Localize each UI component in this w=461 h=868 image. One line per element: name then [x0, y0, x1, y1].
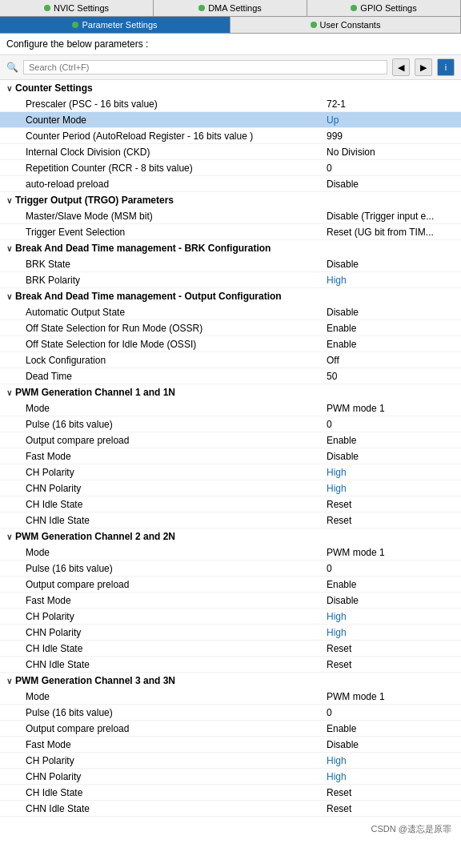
- tab-user-constants[interactable]: User Constants: [230, 17, 461, 33]
- tab-dma-label: DMA Settings: [208, 3, 262, 13]
- table-row[interactable]: Lock ConfigurationOff: [0, 352, 461, 368]
- section-header-pwm-ch1[interactable]: ∨PWM Generation Channel 1 and 1N: [0, 384, 461, 400]
- chevron-icon: ∨: [6, 84, 12, 93]
- section-label: Break And Dead Time management - Output …: [15, 291, 282, 302]
- table-row[interactable]: CH PolarityHigh: [0, 464, 461, 480]
- section-header-counter-settings[interactable]: ∨Counter Settings: [0, 80, 461, 96]
- chevron-icon: ∨: [6, 244, 12, 253]
- param-value: Disable: [327, 307, 455, 318]
- tab-parameter-settings[interactable]: Parameter Settings: [0, 17, 230, 33]
- param-name: Internal Clock Division (CKD): [26, 147, 327, 158]
- param-name: Prescaler (PSC - 16 bits value): [26, 98, 327, 110]
- param-value: 72-1: [327, 98, 455, 110]
- section-header-break-deadtime-output[interactable]: ∨Break And Dead Time management - Output…: [0, 288, 461, 304]
- table-row[interactable]: BRK StateDisable: [0, 256, 461, 272]
- param-value: High: [327, 627, 455, 638]
- table-row[interactable]: Output compare preloadEnable: [0, 721, 461, 737]
- param-name: Output compare preload: [26, 435, 327, 446]
- param-name: Mode: [26, 691, 327, 702]
- tab-dot-user: [311, 22, 317, 28]
- tab-gpio-label: GPIO Settings: [360, 3, 416, 13]
- table-row[interactable]: Off State Selection for Idle Mode (OSSI)…: [0, 336, 461, 352]
- table-row[interactable]: CHN Idle StateReset: [0, 512, 461, 528]
- table-row[interactable]: Fast ModeDisable: [0, 593, 461, 609]
- table-row[interactable]: Off State Selection for Run Mode (OSSR)E…: [0, 320, 461, 336]
- table-row[interactable]: CH PolarityHigh: [0, 609, 461, 625]
- table-row[interactable]: Internal Clock Division (CKD)No Division: [0, 144, 461, 160]
- table-row[interactable]: Master/Slave Mode (MSM bit)Disable (Trig…: [0, 208, 461, 224]
- search-prev-button[interactable]: ◀: [392, 58, 410, 76]
- table-row[interactable]: CHN PolarityHigh: [0, 769, 461, 785]
- table-row[interactable]: Output compare preloadEnable: [0, 577, 461, 593]
- param-value: Reset: [327, 515, 455, 526]
- param-name: CHN Polarity: [26, 771, 327, 782]
- table-row[interactable]: CHN Idle StateReset: [0, 657, 461, 673]
- table-row[interactable]: Output compare preloadEnable: [0, 432, 461, 448]
- table-row[interactable]: CH PolarityHigh: [0, 753, 461, 769]
- table-row[interactable]: auto-reload preloadDisable: [0, 176, 461, 192]
- tab-param-label: Parameter Settings: [82, 20, 157, 30]
- param-value: PWM mode 1: [327, 547, 455, 558]
- tab-dot-dma: [198, 5, 205, 11]
- table-row[interactable]: Pulse (16 bits value)0: [0, 561, 461, 577]
- param-name: Output compare preload: [26, 579, 327, 590]
- table-row[interactable]: ModePWM mode 1: [0, 400, 461, 416]
- table-row[interactable]: Dead Time50: [0, 368, 461, 384]
- param-value: Reset: [327, 787, 455, 798]
- table-row[interactable]: Pulse (16 bits value)0: [0, 416, 461, 432]
- table-row[interactable]: CH Idle StateReset: [0, 785, 461, 801]
- param-value: Off: [327, 355, 455, 366]
- watermark: CSDN @遗忘是原罪: [0, 817, 461, 842]
- table-row[interactable]: Automatic Output StateDisable: [0, 304, 461, 320]
- param-name: CH Polarity: [26, 467, 327, 478]
- section-header-pwm-ch3[interactable]: ∨PWM Generation Channel 3 and 3N: [0, 673, 461, 689]
- table-row[interactable]: Trigger Event SelectionReset (UG bit fro…: [0, 224, 461, 240]
- info-icon: i: [445, 62, 447, 72]
- param-name: Mode: [26, 547, 327, 558]
- param-name: Counter Mode: [26, 115, 327, 126]
- table-row[interactable]: CHN Idle StateReset: [0, 801, 461, 817]
- param-name: Off State Selection for Idle Mode (OSSI): [26, 339, 327, 350]
- param-name: Dead Time: [26, 371, 327, 382]
- chevron-icon: ∨: [6, 388, 12, 397]
- param-value: High: [327, 467, 455, 478]
- table-row[interactable]: BRK PolarityHigh: [0, 272, 461, 288]
- tab-dma-settings[interactable]: DMA Settings: [154, 0, 307, 16]
- table-row[interactable]: CH Idle StateReset: [0, 496, 461, 512]
- table-row[interactable]: ModePWM mode 1: [0, 689, 461, 705]
- table-row[interactable]: Fast ModeDisable: [0, 448, 461, 464]
- tab-gpio-settings[interactable]: GPIO Settings: [307, 0, 461, 16]
- section-label: Break And Dead Time management - BRK Con…: [15, 243, 271, 254]
- param-value: Reset: [327, 499, 455, 510]
- table-row[interactable]: CH Idle StateReset: [0, 641, 461, 657]
- param-value: Reset (UG bit from TIM...: [327, 227, 455, 238]
- section-header-trigger-output[interactable]: ∨Trigger Output (TRGO) Parameters: [0, 192, 461, 208]
- param-value: Enable: [327, 323, 455, 334]
- table-row[interactable]: Pulse (16 bits value)0: [0, 705, 461, 721]
- param-value: 999: [327, 131, 455, 142]
- table-row[interactable]: CHN PolarityHigh: [0, 480, 461, 496]
- chevron-icon: ∨: [6, 196, 12, 205]
- param-value: Disable: [327, 595, 455, 606]
- table-row[interactable]: Prescaler (PSC - 16 bits value)72-1: [0, 96, 461, 112]
- table-row[interactable]: Repetition Counter (RCR - 8 bits value)0: [0, 160, 461, 176]
- table-row[interactable]: Fast ModeDisable: [0, 737, 461, 753]
- param-value: PWM mode 1: [327, 403, 455, 414]
- table-row[interactable]: CHN PolarityHigh: [0, 625, 461, 641]
- table-row[interactable]: Counter ModeUp: [0, 112, 461, 128]
- section-header-pwm-ch2[interactable]: ∨PWM Generation Channel 2 and 2N: [0, 528, 461, 545]
- search-input[interactable]: [23, 60, 387, 74]
- search-next-button[interactable]: ▶: [415, 58, 432, 76]
- tab-nvic-settings[interactable]: NVIC Settings: [0, 0, 154, 16]
- param-name: Lock Configuration: [26, 355, 327, 366]
- tab-dot-param: [72, 22, 78, 28]
- info-button[interactable]: i: [437, 58, 455, 76]
- watermark-text: CSDN @遗忘是原罪: [371, 824, 451, 834]
- param-value: High: [327, 771, 455, 782]
- table-row[interactable]: Counter Period (AutoReload Register - 16…: [0, 128, 461, 144]
- param-name: Repetition Counter (RCR - 8 bits value): [26, 163, 327, 174]
- param-value: High: [327, 755, 455, 766]
- section-header-break-deadtime-brk[interactable]: ∨Break And Dead Time management - BRK Co…: [0, 240, 461, 256]
- table-row[interactable]: ModePWM mode 1: [0, 545, 461, 561]
- param-value: Disable (Trigger input e...: [327, 211, 455, 222]
